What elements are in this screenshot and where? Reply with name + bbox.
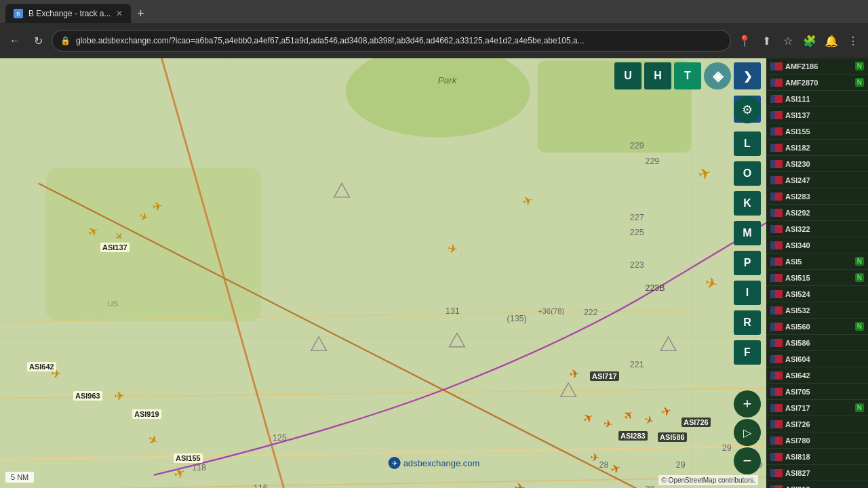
sidebar-item-asi586[interactable]: ASI586 bbox=[766, 335, 868, 351]
airplane-cluster-6[interactable]: ✈ bbox=[589, 451, 599, 464]
map-container[interactable]: 229 229 227 225 223 223B 221 131 (135) +… bbox=[0, 58, 868, 488]
flag-icon bbox=[770, 258, 783, 266]
flag-icon bbox=[770, 436, 783, 445]
sidebar-item-asi705[interactable]: ASI705 bbox=[766, 384, 868, 400]
callsign-label: ASI818 bbox=[785, 453, 810, 461]
flag-icon bbox=[770, 62, 783, 70]
svg-text:222: 222 bbox=[584, 308, 598, 317]
sidebar-item-asi532[interactable]: ASI532 bbox=[766, 302, 868, 319]
sidebar-item-amf2870[interactable]: AMF2870N bbox=[766, 75, 868, 91]
sidebar-item-asi717[interactable]: ASI717N bbox=[766, 400, 868, 416]
sidebar-item-asi780[interactable]: ASI780 bbox=[766, 432, 868, 449]
callsign-label: ASI111 bbox=[785, 95, 810, 103]
callsign-label: ASI5 bbox=[785, 258, 802, 266]
svg-text:131: 131 bbox=[446, 306, 460, 316]
sidebar-item-asi111[interactable]: ASI111 bbox=[766, 91, 868, 107]
sidebar-item-asi292[interactable]: ASI292 bbox=[766, 205, 868, 221]
callsign-label: ASI283 bbox=[785, 192, 810, 201]
callsign-label: ASI515 bbox=[785, 274, 810, 282]
tab-bar: B B Exchange - track a... ✕ + bbox=[0, 0, 868, 23]
flag-icon bbox=[770, 274, 783, 282]
browser-chrome: B B Exchange - track a... ✕ + ← ↻ 🔒 glob… bbox=[0, 0, 868, 58]
address-bar-row: ← ↻ 🔒 globe.adsbexchange.com/?icao=a6ba7… bbox=[0, 23, 868, 58]
sidebar-item-asi247[interactable]: ASI247 bbox=[766, 172, 868, 188]
map-scale: 5 NM bbox=[5, 472, 34, 483]
status-badge: N bbox=[855, 322, 864, 331]
flag-icon bbox=[770, 420, 783, 428]
sidebar-item-asi155[interactable]: ASI155 bbox=[766, 123, 868, 140]
sidebar-item-asi283[interactable]: ASI283 bbox=[766, 188, 868, 205]
flag-icon bbox=[770, 485, 783, 489]
notifications-icon[interactable]: 🔔 bbox=[822, 31, 841, 50]
callsign-label: ASI340 bbox=[785, 241, 810, 249]
zoom-follow-button[interactable]: ▷ bbox=[734, 419, 761, 446]
sidebar-item-asi524[interactable]: ASI524 bbox=[766, 286, 868, 302]
sidebar-item-asi919[interactable]: ASI919 bbox=[766, 481, 868, 488]
callsign-label: ASI560 bbox=[785, 323, 810, 331]
btn-next[interactable]: ❯ bbox=[734, 62, 761, 89]
label-asi963: ASI963 bbox=[73, 391, 102, 401]
svg-text:US: US bbox=[108, 300, 119, 308]
btn-o[interactable]: O bbox=[734, 161, 761, 186]
btn-k[interactable]: K bbox=[734, 191, 761, 216]
new-tab-button[interactable]: + bbox=[131, 4, 150, 23]
btn-i[interactable]: I bbox=[734, 281, 761, 305]
btn-t[interactable]: T bbox=[674, 62, 701, 89]
flag-icon bbox=[770, 209, 783, 217]
bookmark-icon[interactable]: ☆ bbox=[778, 31, 797, 50]
flag-icon bbox=[770, 339, 783, 347]
sidebar-item-asi182[interactable]: ASI182 bbox=[766, 140, 868, 156]
location-icon[interactable]: 📍 bbox=[735, 31, 754, 50]
btn-f[interactable]: F bbox=[734, 340, 761, 365]
extensions-icon[interactable]: 🧩 bbox=[800, 31, 819, 50]
btn-l[interactable]: L bbox=[734, 131, 761, 156]
btn-layer[interactable]: ◈ bbox=[704, 62, 731, 89]
sidebar-item-asi818[interactable]: ASI818 bbox=[766, 449, 868, 465]
flag-icon bbox=[770, 355, 783, 363]
callsign-label: ASI230 bbox=[785, 160, 810, 168]
sidebar-item-asi340[interactable]: ASI340 bbox=[766, 237, 868, 253]
reload-button[interactable]: ↻ bbox=[28, 31, 47, 50]
zoom-out-button[interactable]: − bbox=[734, 447, 761, 474]
btn-r[interactable]: R bbox=[734, 310, 761, 335]
flag-icon bbox=[770, 144, 783, 152]
flag-icon bbox=[770, 388, 783, 396]
sidebar-item-asi726[interactable]: ASI726 bbox=[766, 416, 868, 432]
svg-text:125: 125 bbox=[273, 433, 287, 443]
zoom-in-button[interactable]: + bbox=[734, 390, 761, 418]
svg-text:28: 28 bbox=[646, 485, 655, 488]
sidebar-item-asi642[interactable]: ASI642 bbox=[766, 367, 868, 384]
callsign-label: ASI586 bbox=[785, 339, 810, 347]
airplane-9[interactable]: ✈ bbox=[113, 388, 125, 403]
flag-icon bbox=[770, 111, 783, 119]
settings-button[interactable]: ⚙ bbox=[734, 96, 761, 123]
callsign-label: ASI604 bbox=[785, 355, 810, 363]
svg-text:+36(78): +36(78) bbox=[538, 307, 565, 315]
sidebar-item-asi560[interactable]: ASI560N bbox=[766, 319, 868, 335]
menu-icon[interactable]: ⋮ bbox=[844, 31, 863, 50]
sidebar-item-amf2186[interactable]: AMF2186N bbox=[766, 58, 868, 75]
share-icon[interactable]: ⬆ bbox=[757, 31, 776, 50]
svg-text:229: 229 bbox=[646, 157, 660, 166]
sidebar-item-asi604[interactable]: ASI604 bbox=[766, 351, 868, 367]
sidebar-item-asi5[interactable]: ASI5N bbox=[766, 253, 868, 270]
sidebar-item-asi137[interactable]: ASI137 bbox=[766, 107, 868, 123]
svg-text:223: 223 bbox=[630, 260, 644, 270]
btn-u[interactable]: U bbox=[614, 62, 642, 89]
sidebar-item-asi827[interactable]: ASI827 bbox=[766, 465, 868, 481]
btn-m[interactable]: M bbox=[734, 221, 761, 245]
btn-h[interactable]: H bbox=[644, 62, 671, 89]
back-button[interactable]: ← bbox=[5, 31, 24, 50]
callsign-label: ASI137 bbox=[785, 111, 810, 119]
tab-close-button[interactable]: ✕ bbox=[116, 9, 123, 18]
flag-icon bbox=[770, 453, 783, 461]
label-asi155: ASI155 bbox=[174, 453, 203, 463]
active-tab[interactable]: B B Exchange - track a... ✕ bbox=[5, 4, 131, 23]
sidebar-item-asi322[interactable]: ASI322 bbox=[766, 221, 868, 237]
airplane-12[interactable]: ✈ bbox=[514, 480, 526, 488]
btn-p[interactable]: P bbox=[734, 251, 761, 275]
callsign-label: AMF2186 bbox=[785, 62, 818, 70]
sidebar-item-asi230[interactable]: ASI230 bbox=[766, 156, 868, 172]
sidebar-item-asi515[interactable]: ASI515N bbox=[766, 270, 868, 286]
address-bar[interactable]: 🔒 globe.adsbexchange.com/?icao=a6ba75,a4… bbox=[52, 30, 731, 52]
